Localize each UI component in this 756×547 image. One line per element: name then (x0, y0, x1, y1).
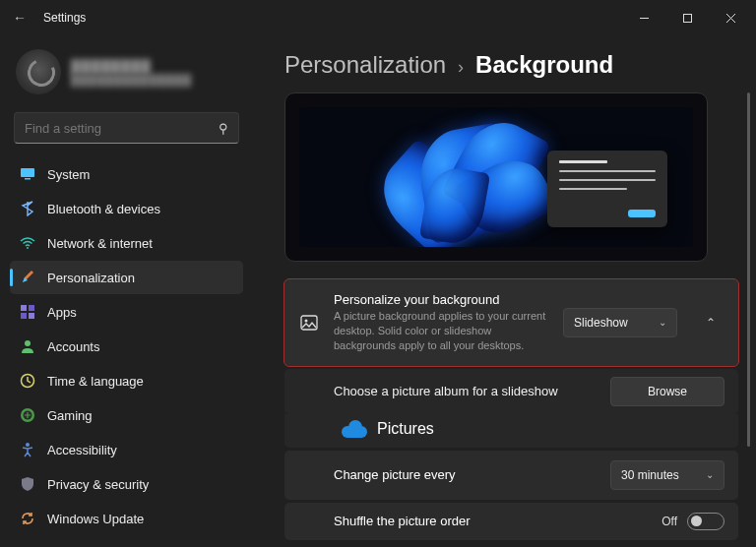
sidebar-item-label: Accessibility (47, 443, 117, 457)
sidebar-item-label: Bluetooth & devices (47, 202, 160, 216)
toggle-state-label: Off (662, 515, 677, 528)
setting-title: Change picture every (334, 467, 597, 482)
svg-rect-5 (25, 178, 31, 180)
sidebar-item-gaming[interactable]: Gaming (10, 398, 243, 432)
sidebar-item-network[interactable]: Network & internet (10, 226, 243, 260)
setting-title: Choose a picture album for a slideshow (334, 384, 610, 398)
back-button[interactable]: ← (4, 10, 35, 26)
setting-shuffle: Shuffle the picture order Off (284, 503, 738, 540)
sidebar-item-windows-update[interactable]: Windows Update (10, 502, 243, 535)
svg-point-15 (26, 443, 30, 447)
bluetooth-icon (20, 201, 35, 216)
sidebar-item-personalization[interactable]: Personalization (10, 261, 243, 294)
background-type-select[interactable]: Slideshow ⌄ (563, 308, 677, 337)
preview-flyout (547, 151, 667, 227)
desktop-preview (284, 92, 708, 262)
sidebar-item-bluetooth[interactable]: Bluetooth & devices (10, 192, 243, 225)
sidebar-item-apps[interactable]: Apps (10, 295, 243, 329)
gaming-icon (20, 407, 35, 423)
chevron-down-icon: ⌄ (706, 469, 714, 480)
svg-rect-4 (21, 168, 34, 177)
svg-rect-8 (29, 305, 34, 311)
nav-list: System Bluetooth & devices Network & int… (10, 157, 243, 535)
scrollbar[interactable] (747, 92, 750, 447)
paintbrush-icon (20, 270, 35, 285)
svg-rect-9 (21, 313, 27, 319)
select-value: 30 minutes (621, 468, 679, 482)
main-content: Personalization › Background Personalize… (251, 35, 756, 547)
picture-icon (298, 314, 320, 332)
svg-rect-7 (21, 305, 27, 311)
person-icon (20, 338, 35, 354)
search-icon: ⚲ (219, 121, 228, 136)
sidebar-item-label: Privacy & security (47, 477, 149, 492)
sidebar-item-label: Gaming (47, 408, 93, 423)
svg-rect-1 (683, 14, 691, 22)
svg-point-11 (25, 340, 31, 346)
window-title: Settings (43, 11, 86, 25)
chevron-right-icon: › (458, 57, 464, 78)
collapse-button[interactable]: ⌃ (697, 308, 724, 337)
setting-title: Personalize your background (334, 292, 549, 307)
close-button[interactable] (709, 2, 752, 33)
sidebar-item-label: Apps (47, 305, 77, 320)
breadcrumb-current: Background (475, 51, 613, 79)
folder-name: Pictures (377, 420, 434, 438)
chevron-down-icon: ⌄ (659, 317, 666, 328)
setting-choose-album: Choose a picture album for a slideshow B… (284, 369, 738, 414)
shuffle-toggle[interactable] (687, 513, 724, 530)
sidebar-item-label: System (47, 167, 90, 182)
setting-description: A picture background applies to your cur… (334, 309, 549, 353)
profile-name: ████████ (71, 59, 192, 74)
search-input[interactable] (25, 121, 219, 136)
breadcrumb: Personalization › Background (284, 51, 738, 79)
sidebar-item-system[interactable]: System (10, 157, 243, 191)
svg-point-6 (27, 247, 29, 249)
select-value: Slideshow (574, 316, 628, 330)
sidebar-item-label: Accounts (47, 339, 99, 354)
sidebar-item-accounts[interactable]: Accounts (10, 330, 243, 363)
svg-point-17 (305, 319, 308, 322)
update-icon (20, 511, 35, 526)
sidebar-item-label: Time & language (47, 374, 144, 389)
setting-title: Shuffle the picture order (334, 514, 648, 528)
apps-icon (20, 304, 35, 320)
search-box[interactable]: ⚲ (14, 112, 239, 144)
wifi-icon (20, 235, 35, 251)
sidebar-item-privacy[interactable]: Privacy & security (10, 467, 243, 501)
setting-personalize-background[interactable]: Personalize your background A picture ba… (284, 279, 738, 366)
wallpaper-bloom (382, 115, 559, 247)
titlebar: ← Settings (0, 0, 756, 35)
sidebar-item-label: Personalization (47, 271, 135, 285)
sidebar-item-time-language[interactable]: Time & language (10, 364, 243, 397)
breadcrumb-parent[interactable]: Personalization (284, 51, 446, 79)
clock-icon (20, 373, 35, 389)
sidebar-item-label: Windows Update (47, 512, 144, 526)
onedrive-icon (342, 420, 367, 438)
profile-email: ██████████████ (71, 74, 192, 86)
svg-rect-10 (29, 313, 34, 319)
sidebar: ████████ ██████████████ ⚲ System Bluetoo… (0, 35, 251, 547)
album-folder-row[interactable]: Pictures (284, 414, 738, 448)
minimize-button[interactable] (622, 2, 665, 33)
shield-icon (20, 476, 35, 492)
interval-select[interactable]: 30 minutes ⌄ (610, 460, 724, 490)
display-icon (20, 166, 35, 182)
sidebar-item-label: Network & internet (47, 236, 153, 251)
avatar (16, 49, 61, 94)
setting-change-interval: Change picture every 30 minutes ⌄ (284, 451, 738, 500)
maximize-button[interactable] (665, 2, 709, 33)
browse-button[interactable]: Browse (610, 377, 724, 406)
profile-block[interactable]: ████████ ██████████████ (10, 43, 243, 108)
accessibility-icon (20, 442, 35, 457)
sidebar-item-accessibility[interactable]: Accessibility (10, 433, 243, 466)
